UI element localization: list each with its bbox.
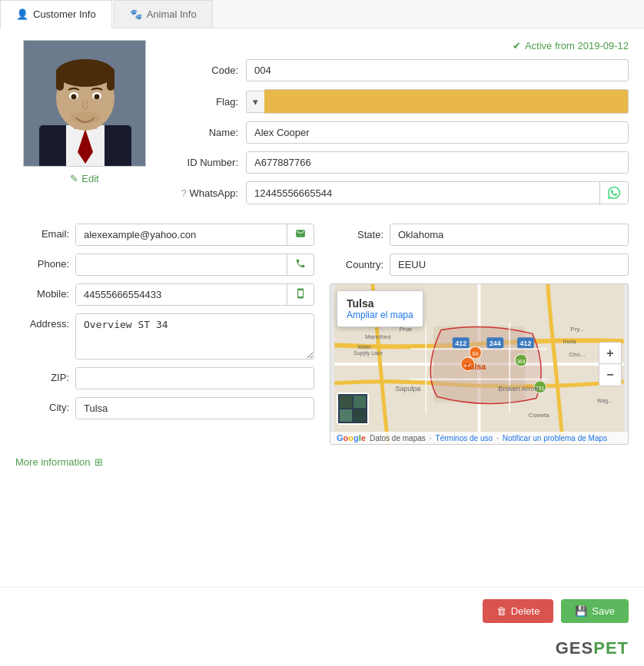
map-zoom-out-button[interactable]: − [599, 364, 621, 386]
brand-part2: PET [593, 638, 629, 658]
mobile-input[interactable] [76, 284, 287, 305]
svg-text:Coweta: Coweta [529, 412, 549, 419]
svg-text:Tulsa: Tulsa [465, 362, 487, 371]
map-report-label[interactable]: Notificar un problema de Maps [503, 434, 607, 442]
whatsapp-row: ? WhatsApp: [169, 181, 629, 204]
email-row: Email: [15, 224, 314, 246]
svg-point-13 [70, 111, 101, 124]
edit-label: Edit [81, 173, 98, 184]
delete-label: Delete [511, 605, 540, 617]
map-terms-label[interactable]: Términos de uso [436, 434, 493, 442]
expand-icon: ⊞ [95, 456, 103, 468]
whatsapp-icon-button[interactable] [599, 182, 628, 204]
person-icon: 👤 [16, 8, 28, 20]
svg-point-12 [95, 94, 100, 100]
flag-select-wrapper: ▾ [246, 89, 629, 114]
country-label: Country: [330, 259, 383, 270]
more-info-label: More information [15, 456, 91, 468]
city-row: City: [15, 397, 314, 419]
phone-input[interactable] [76, 254, 287, 275]
email-label: Email: [15, 224, 69, 240]
tab-animal-info[interactable]: 🐾 Animal Info [114, 0, 213, 28]
state-input[interactable] [390, 224, 629, 246]
map-zoom-in-button[interactable]: + [599, 343, 621, 364]
id-number-input[interactable] [246, 151, 629, 174]
svg-rect-8 [107, 68, 115, 91]
svg-text:Water: Water [357, 344, 372, 350]
svg-text:412: 412 [455, 340, 466, 347]
name-row: Name: [169, 121, 629, 144]
svg-text:Broken Arrow: Broken Arrow [498, 385, 539, 393]
map-popup-title: Tulsa [347, 297, 413, 310]
customer-photo [23, 40, 146, 167]
whatsapp-input[interactable] [247, 183, 599, 204]
status-label: Active from 2019-09-12 [525, 40, 629, 51]
svg-text:Supply Lake: Supply Lake [354, 350, 383, 356]
google-logo: Google [337, 433, 366, 442]
svg-rect-50 [340, 396, 352, 408]
address-row: Address: Overview ST 34 [15, 313, 314, 360]
svg-text:244: 244 [490, 340, 501, 347]
name-input[interactable] [246, 121, 629, 144]
more-info-button[interactable]: More information ⊞ [15, 456, 629, 468]
whatsapp-label: ? WhatsApp: [169, 187, 238, 199]
country-row: Country: [330, 253, 629, 276]
svg-text:Wag...: Wag... [597, 398, 612, 404]
zip-input[interactable] [75, 367, 314, 389]
address-input[interactable]: Overview ST 34 [75, 313, 314, 360]
state-label: State: [330, 229, 383, 240]
name-label: Name: [169, 127, 238, 138]
country-input[interactable] [390, 253, 629, 276]
map-popup: Tulsa Ampliar el mapa [337, 290, 423, 327]
id-number-row: ID Number: [169, 151, 629, 174]
flag-dropdown-button[interactable]: ▾ [246, 91, 264, 113]
email-input-wrapper [75, 224, 314, 246]
footer-buttons: 🗑 Delete 💾 Save [0, 587, 644, 635]
phone-label: Phone: [15, 253, 69, 270]
tab-customer-info[interactable]: 👤 Customer Info [0, 0, 112, 28]
svg-text:Pry...: Pry... [570, 326, 584, 333]
city-input[interactable] [75, 397, 314, 419]
map-satellite-button[interactable] [337, 393, 369, 425]
svg-rect-51 [354, 396, 366, 408]
edit-icon: ✎ [70, 173, 78, 184]
svg-text:412: 412 [520, 340, 531, 347]
city-label: City: [15, 397, 69, 413]
trash-icon: 🗑 [496, 605, 506, 617]
tab-animal-label: Animal Info [147, 8, 197, 20]
save-label: Save [592, 605, 615, 617]
zip-row: ZIP: [15, 367, 314, 389]
flag-color-bar [264, 89, 629, 114]
email-icon-button[interactable] [287, 224, 314, 245]
brand-part1: GES [556, 638, 593, 658]
delete-button[interactable]: 🗑 Delete [483, 599, 554, 623]
active-status: ✔ Active from 2019-09-12 [169, 40, 629, 51]
mobile-icon-button[interactable] [287, 284, 314, 305]
svg-text:Mannford: Mannford [365, 333, 390, 340]
paw-icon: 🐾 [130, 8, 142, 20]
whatsapp-input-wrapper [246, 181, 629, 204]
svg-rect-53 [354, 409, 366, 422]
email-input[interactable] [76, 224, 287, 245]
save-button[interactable]: 💾 Save [561, 599, 629, 623]
svg-text:364: 364 [516, 359, 526, 364]
tabs-bar: 👤 Customer Info 🐾 Animal Info [0, 0, 644, 28]
question-icon: ? [181, 187, 187, 199]
mobile-row: Mobile: [15, 283, 314, 306]
svg-point-11 [71, 94, 77, 100]
map-enlarge-link[interactable]: Ampliar el mapa [347, 310, 413, 320]
map-zoom-controls: + − [599, 342, 622, 386]
address-label: Address: [15, 313, 69, 330]
svg-rect-7 [56, 68, 64, 91]
check-icon: ✔ [513, 40, 521, 51]
svg-text:Sapulpa: Sapulpa [396, 385, 421, 393]
phone-icon-button[interactable] [287, 254, 314, 275]
code-input[interactable] [246, 59, 629, 81]
phone-row: Phone: [15, 253, 314, 276]
code-row: Code: [169, 59, 629, 81]
flag-label: Flag: [169, 96, 238, 108]
brand: GESPET [0, 635, 644, 666]
edit-button[interactable]: ✎ Edit [70, 173, 98, 184]
map-container[interactable]: 412 244 412 44 64 364 351 [330, 283, 629, 445]
flag-row: Flag: ▾ [169, 89, 629, 114]
